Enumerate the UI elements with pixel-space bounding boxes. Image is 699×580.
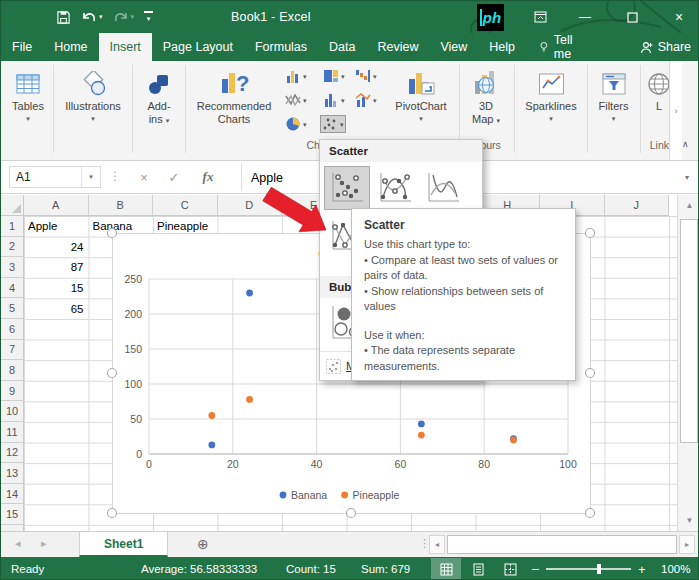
3d-map-button[interactable]: 3DMap ▾ xyxy=(462,65,510,127)
zoom-slider-thumb[interactable] xyxy=(597,564,601,574)
horizontal-scrollbar-thumb[interactable] xyxy=(447,535,677,554)
scatter-smooth-lines-option[interactable] xyxy=(420,166,466,210)
normal-view-button[interactable] xyxy=(431,558,461,580)
sparklines-button[interactable]: Sparklines ▾ xyxy=(518,65,584,123)
zoom-out-button[interactable]: − xyxy=(531,557,539,580)
row-header-10[interactable]: 10 xyxy=(1,401,24,422)
formula-bar-drag-handle[interactable]: ⋮ xyxy=(109,169,121,183)
formula-input[interactable]: Apple xyxy=(251,161,283,194)
insert-hierarchy-chart-button[interactable]: ▾ xyxy=(321,67,347,85)
insert-pie-chart-button[interactable]: ▾ xyxy=(283,115,309,133)
insert-combo-chart-button[interactable]: ▾ xyxy=(353,91,379,109)
sheet-tab-sheet1[interactable]: Sheet1 xyxy=(79,532,168,557)
ribbon-scroll-right-button[interactable]: › xyxy=(669,61,682,160)
chart-selection-handle[interactable] xyxy=(586,229,595,238)
chart-selection-handle[interactable] xyxy=(586,369,595,378)
scroll-down-button[interactable]: ▼ xyxy=(679,510,699,530)
row-header-13[interactable]: 13 xyxy=(1,463,24,484)
filters-button[interactable]: Filters ▾ xyxy=(590,65,637,123)
vertical-scrollbar-thumb[interactable] xyxy=(680,219,698,443)
chart-selection-handle[interactable] xyxy=(108,369,117,378)
share-button[interactable]: Share xyxy=(631,33,699,61)
chart-selection-handle[interactable] xyxy=(586,509,595,518)
page-layout-view-button[interactable] xyxy=(463,558,493,580)
formula-bar-expand-arrow[interactable]: ▾ xyxy=(685,173,689,182)
illustrations-button[interactable]: Illustrations ▾ xyxy=(57,65,129,123)
vertical-scrollbar[interactable]: ▲ ▼ xyxy=(677,195,699,531)
scatter-option[interactable] xyxy=(324,166,370,210)
redo-dropdown-arrow[interactable]: ▾ xyxy=(131,13,135,21)
tab-data[interactable]: Data xyxy=(318,33,366,61)
tab-file[interactable]: File xyxy=(1,33,43,61)
row-header-1[interactable]: 1 xyxy=(1,216,24,237)
row-header-8[interactable]: 8 xyxy=(1,360,24,381)
tab-insert[interactable]: Insert xyxy=(99,33,152,61)
zoom-level[interactable]: 100% xyxy=(661,557,690,580)
insert-waterfall-chart-button[interactable]: ▾ xyxy=(353,67,379,85)
row-header-5[interactable]: 5 xyxy=(1,298,24,319)
cancel-button[interactable]: × xyxy=(131,167,157,187)
insert-bar-chart-button[interactable]: ▾ xyxy=(321,91,347,109)
row-header-7[interactable]: 7 xyxy=(1,340,24,361)
name-box[interactable]: A1 ▾ xyxy=(9,166,101,188)
chart-selection-handle[interactable] xyxy=(108,229,117,238)
tab-help[interactable]: Help xyxy=(478,33,526,61)
column-header-A[interactable]: A xyxy=(24,195,89,216)
select-all-corner[interactable] xyxy=(1,195,24,216)
minimize-button[interactable]: — xyxy=(568,1,602,33)
column-header-C[interactable]: C xyxy=(153,195,218,216)
chart-selection-handle[interactable] xyxy=(347,509,356,518)
row-header-3[interactable]: 3 xyxy=(1,257,24,278)
insert-line-chart-button[interactable]: ▾ xyxy=(283,91,309,109)
hscroll-right-button[interactable]: ▸ xyxy=(679,535,695,554)
scatter-smooth-lines-markers-option[interactable] xyxy=(372,166,418,210)
row-header-11[interactable]: 11 xyxy=(1,422,24,443)
column-header-B[interactable]: B xyxy=(89,195,154,216)
row-header-6[interactable]: 6 xyxy=(1,319,24,340)
redo-button[interactable]: ▾ xyxy=(108,4,140,30)
name-box-dropdown-arrow[interactable]: ▾ xyxy=(81,167,100,187)
row-header-14[interactable]: 14 xyxy=(1,484,24,505)
recommended-charts-button[interactable]: ? RecommendedCharts xyxy=(189,65,279,126)
insert-column-chart-button[interactable]: ▾ xyxy=(283,67,309,85)
row-header-9[interactable]: 9 xyxy=(1,381,24,402)
row-header-2[interactable]: 2 xyxy=(1,237,24,258)
row-header-12[interactable]: 12 xyxy=(1,443,24,464)
row-header-4[interactable]: 4 xyxy=(1,278,24,299)
zoom-in-button[interactable]: + xyxy=(638,557,646,580)
cell-A2[interactable]: 24 xyxy=(24,237,89,258)
sheet-nav-left-icon[interactable]: ◂ xyxy=(15,537,21,550)
tab-review[interactable]: Review xyxy=(366,33,429,61)
hscroll-left-button[interactable]: ◂ xyxy=(429,535,445,554)
tab-page-layout[interactable]: Page Layout xyxy=(152,33,244,61)
ribbon-display-options-button[interactable] xyxy=(523,1,557,33)
column-header-J[interactable]: J xyxy=(605,195,670,216)
new-sheet-button[interactable]: ⊕ xyxy=(197,536,209,552)
column-header-D[interactable]: D xyxy=(218,195,283,216)
collapse-ribbon-icon[interactable]: ∧ xyxy=(682,139,689,149)
undo-button[interactable]: ▾ xyxy=(76,4,108,30)
save-button[interactable] xyxy=(51,4,76,30)
cell-A4[interactable]: 15 xyxy=(24,278,89,299)
tab-formulas[interactable]: Formulas xyxy=(244,33,318,61)
chart-selection-handle[interactable] xyxy=(108,509,117,518)
tab-home[interactable]: Home xyxy=(43,33,98,61)
insert-function-button[interactable]: fx xyxy=(195,167,221,187)
row-header-15[interactable]: 15 xyxy=(1,504,24,525)
undo-dropdown-arrow[interactable]: ▾ xyxy=(99,13,103,21)
enter-button[interactable]: ✓ xyxy=(161,167,187,187)
close-button[interactable]: × xyxy=(662,1,696,33)
customize-quick-access-button[interactable]: ▾ xyxy=(139,4,158,30)
zoom-slider-track[interactable] xyxy=(546,568,631,570)
scroll-up-button[interactable]: ▲ xyxy=(679,195,699,215)
cell-A5[interactable]: 65 xyxy=(24,298,89,319)
tell-me-button[interactable]: Tell me xyxy=(530,33,595,61)
insert-scatter-chart-button[interactable]: ▾ xyxy=(320,115,346,133)
page-break-view-button[interactable] xyxy=(495,558,525,580)
cell-A3[interactable]: 87 xyxy=(24,257,89,278)
maximize-button[interactable] xyxy=(615,1,649,33)
cell-A1[interactable]: Apple xyxy=(24,216,89,237)
sheet-nav-right-icon[interactable]: ▸ xyxy=(41,537,47,550)
pivotchart-button[interactable]: PivotChart ▾ xyxy=(385,65,457,123)
add-ins-button[interactable]: Add-ins ▾ xyxy=(135,65,183,127)
